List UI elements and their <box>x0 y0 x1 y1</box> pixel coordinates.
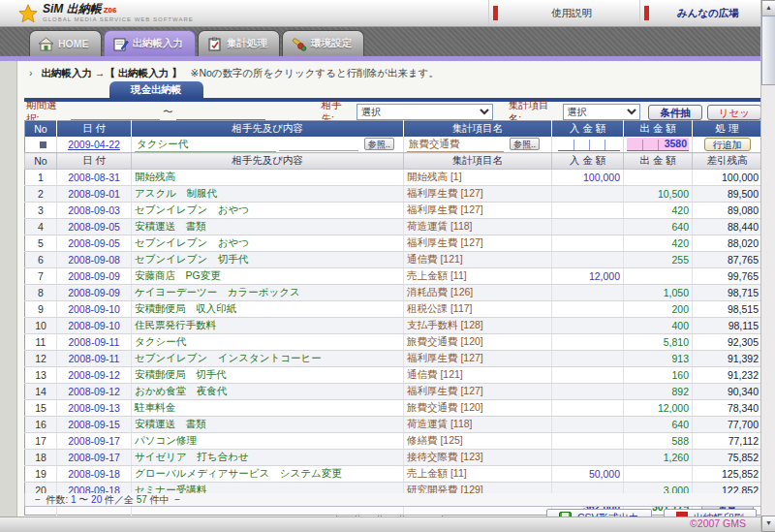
tab-aggregate[interactable]: 集計処理 <box>198 30 280 56</box>
income-amount-input[interactable] <box>558 138 620 151</box>
row-number[interactable]: 17 <box>25 433 57 450</box>
reset-button[interactable]: リセット <box>707 105 761 120</box>
table-row: 182008-09-17サイゼリア 打ち合わせ接待交際費 [123]1,2607… <box>25 450 762 466</box>
content-input[interactable] <box>135 138 276 152</box>
scroll-down-arrow-icon[interactable]: ▼ <box>761 516 775 532</box>
row-expense: 1,050 <box>624 285 693 301</box>
row-category: 荷造運賃 [118] <box>404 417 552 433</box>
row-date-link[interactable]: 2008-09-13 <box>57 400 132 417</box>
row-content: セブンイレブン 切手代 <box>132 252 404 268</box>
row-category: 消耗品費 [126] <box>404 285 552 301</box>
row-category: 修繕費 [125] <box>404 433 552 450</box>
status-bar <box>0 516 761 532</box>
row-number[interactable]: 15 <box>25 400 57 417</box>
table-row: 62008-09-08セブンイレブン 切手代通信費 [121]25587,765 <box>25 252 762 268</box>
row-date-link[interactable]: 2008-09-10 <box>57 301 132 318</box>
row-number[interactable]: 8 <box>25 285 57 301</box>
row-number[interactable]: 9 <box>25 301 57 318</box>
table-row: 32008-09-03セブンイレブン おやつ福利厚生費 [127]42089,0… <box>25 203 762 219</box>
row-balance: 100,000 <box>693 170 762 186</box>
row-date-link[interactable]: 2008-09-12 <box>57 384 132 400</box>
category-input[interactable] <box>407 138 504 152</box>
main-tab-bar: HOME 出納帳入力 集計処理 <box>0 27 761 56</box>
row-content: 開始残高 <box>132 170 404 186</box>
row-number[interactable]: 3 <box>25 203 57 219</box>
row-income <box>552 450 624 466</box>
tab-home[interactable]: HOME <box>29 30 102 56</box>
community-link[interactable]: みんなの広場 <box>639 0 761 26</box>
row-number[interactable]: 5 <box>25 235 57 252</box>
row-income: 100,000 <box>552 170 624 186</box>
category-select[interactable]: 選択 <box>563 104 641 120</box>
row-number[interactable]: 2 <box>25 186 57 203</box>
tab-ledger-entry[interactable]: 出納帳入力 <box>104 30 197 56</box>
row-number[interactable]: 7 <box>25 268 57 285</box>
expense-amount-input[interactable]: 3580 <box>627 138 689 151</box>
row-date-link[interactable]: 2008-09-08 <box>57 252 132 268</box>
row-date-link[interactable]: 2008-09-09 <box>57 268 132 285</box>
row-expense: 892 <box>624 384 693 400</box>
period-to-input[interactable] <box>176 105 265 120</box>
row-balance: 89,500 <box>693 186 762 203</box>
row-number[interactable]: 11 <box>25 334 57 351</box>
category-ref-button[interactable]: 参照.. <box>510 138 540 150</box>
partner-select[interactable]: 選択 <box>356 104 493 120</box>
breadcrumb-arrow-icon: › <box>29 67 33 78</box>
row-income <box>552 203 624 219</box>
scroll-up-arrow-icon[interactable]: ▲ <box>761 0 775 16</box>
row-number[interactable]: 18 <box>25 450 57 466</box>
help-link[interactable]: 使用説明 <box>488 0 639 26</box>
row-number[interactable]: 4 <box>25 219 57 235</box>
entry-edit-row: 2009-04-22 参照.. 参照.. 3580 行追加 <box>25 137 762 153</box>
record-count-bar: − 件数: 1 〜 20 件／全 57 件中 − <box>24 493 771 507</box>
row-number[interactable]: 12 <box>25 351 57 367</box>
row-date-link[interactable]: 2008-09-11 <box>57 351 132 367</box>
row-date-link[interactable]: 2008-09-17 <box>57 433 132 450</box>
row-expense <box>624 466 693 483</box>
row-number[interactable]: 14 <box>25 384 57 400</box>
row-balance: 77,700 <box>693 417 762 433</box>
row-date-link[interactable]: 2008-09-10 <box>57 318 132 334</box>
row-income <box>552 334 624 351</box>
row-balance: 98,115 <box>693 318 762 334</box>
row-date-link[interactable]: 2008-09-17 <box>57 450 132 466</box>
row-number[interactable]: 13 <box>25 367 57 384</box>
row-date-link[interactable]: 2008-09-05 <box>57 235 132 252</box>
row-date-link[interactable]: 2008-09-15 <box>57 417 132 433</box>
row-date-link[interactable]: 2008-09-11 <box>57 334 132 351</box>
row-income <box>552 400 624 417</box>
tab-settings[interactable]: 環境設定 <box>282 30 364 56</box>
scrollbar-thumb[interactable] <box>761 16 775 85</box>
row-date-link[interactable]: 2008-09-09 <box>57 285 132 301</box>
table-row: 102008-09-10住民票発行手数料支払手数料 [128]40098,115 <box>25 318 762 334</box>
row-number[interactable]: 6 <box>25 252 57 268</box>
ledger-pen-icon <box>112 37 129 51</box>
vertical-scrollbar[interactable]: ▲ ▼ <box>760 0 775 532</box>
subtab-cash-ledger[interactable]: 現金出納帳 <box>109 81 203 98</box>
row-number[interactable]: 16 <box>25 417 57 433</box>
row-date-link[interactable]: 2008-09-03 <box>57 203 132 219</box>
row-date-link[interactable]: 2008-09-18 <box>57 466 132 483</box>
content-ref-button[interactable]: 参照.. <box>364 138 394 150</box>
filter-toolbar: 期間選択: 〜 相手先: 選択 集計項目名: 選択 条件抽出 リセット <box>24 104 761 120</box>
row-number[interactable]: 10 <box>25 318 57 334</box>
content-input-2[interactable] <box>279 137 358 151</box>
row-number[interactable]: 1 <box>25 170 57 186</box>
table-row: 82008-09-09ケイヨーデーツー カラーボックス消耗品費 [126]1,0… <box>25 285 762 301</box>
row-expense: 400 <box>624 318 693 334</box>
extract-button[interactable]: 条件抽出 <box>648 105 701 120</box>
row-date-link[interactable]: 2008-09-01 <box>57 186 132 203</box>
table-row: 42008-09-05安積運送 書類荷造運賃 [118]64088,440 <box>25 219 762 235</box>
add-row-button[interactable]: 行追加 <box>704 138 751 151</box>
row-balance: 77,112 <box>693 433 762 450</box>
row-date-link[interactable]: 2008-08-31 <box>57 170 132 186</box>
row-balance: 78,340 <box>693 400 762 417</box>
row-content: 安積郵便局 切手代 <box>132 367 404 384</box>
row-content: タクシー代 <box>132 334 404 351</box>
period-from-input[interactable] <box>71 105 160 120</box>
row-date-link[interactable]: 2008-09-12 <box>57 367 132 384</box>
row-number[interactable]: 19 <box>25 466 57 483</box>
edit-date-link[interactable]: 2009-04-22 <box>68 139 120 150</box>
row-date-link[interactable]: 2008-09-05 <box>57 219 132 235</box>
row-balance: 99,765 <box>693 268 762 285</box>
